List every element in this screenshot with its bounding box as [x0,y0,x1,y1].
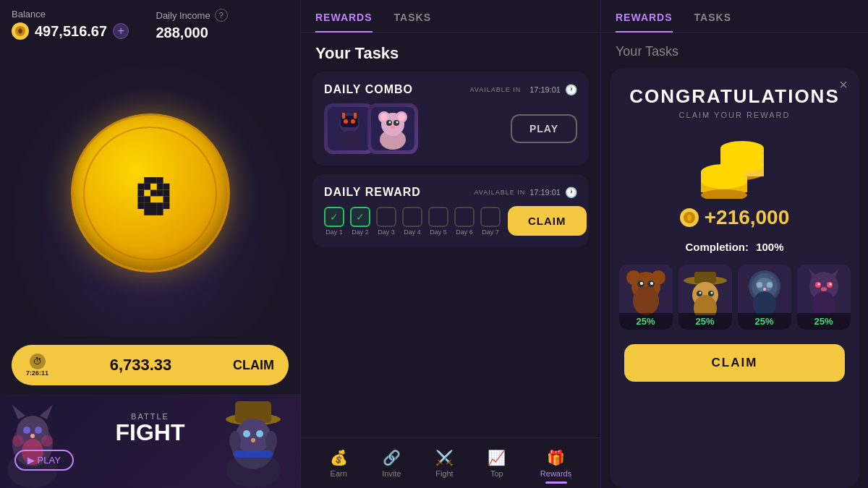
battle-section: BATTLE FIGHT ▶ PLAY [0,394,300,488]
svg-point-60 [398,114,405,121]
day-7: Day 7 [480,207,501,236]
svg-rect-19 [156,202,163,209]
timer-section: ⏱ 7:26:11 [26,354,48,377]
completion-value: 100% [756,241,783,253]
svg-rect-51 [354,113,357,119]
svg-point-65 [391,126,395,129]
nav-fight[interactable]: ⚔️ Fight [435,449,454,478]
reward-available-info: AVAILABLE IN 17:19:01 🕐 [474,187,577,198]
svg-point-64 [396,121,399,124]
svg-point-107 [757,282,762,288]
claim-amount: 6,733.33 [57,356,224,374]
coin-inner [83,127,217,260]
daily-header: Daily Income ? [156,9,289,22]
svg-rect-2 [144,177,150,184]
svg-point-109 [763,288,766,291]
svg-point-59 [380,114,388,121]
day-1-check: ✓ [324,207,344,227]
char-4-pct: 25% [797,313,851,330]
spiral-icon [111,153,190,233]
daily-combo-card: DAILY COMBO AVAILABLE IN 17:19:01 🕐 [312,72,589,166]
main-coin[interactable] [71,114,230,273]
your-tasks-title: Your Tasks [301,33,600,72]
char-1-pct: 25% [619,313,673,330]
svg-rect-17 [144,202,150,209]
day-1: ✓ Day 1 [324,207,344,236]
middle-tab-bar: REWARDS TASKS [301,0,600,33]
claim-button-text[interactable]: CLAIM [233,358,274,373]
tasks-list: DAILY COMBO AVAILABLE IN 17:19:01 🕐 [301,72,600,437]
svg-point-52 [344,119,348,124]
svg-rect-7 [156,184,163,190]
congrats-card: × CONGRATULATIONS CLAIM YOUR REWARD [610,68,859,488]
combo-play-button[interactable]: PLAY [511,114,577,143]
svg-rect-23 [156,209,163,215]
svg-point-53 [351,119,355,124]
combo-available-label: AVAILABLE IN [469,86,521,93]
svg-rect-16 [137,202,144,209]
svg-rect-50 [342,113,345,119]
reward-available-label: AVAILABLE IN [474,189,525,196]
balance-section: Balance 497,516.67 + [12,9,145,41]
daily-income-label: Daily Income [156,10,210,21]
svg-point-108 [767,282,773,288]
svg-point-99 [699,292,701,294]
nav-items: 💰 Earn 🔗 Invite ⚔️ Fight 📈 Top 🎁 Rewards [312,449,589,478]
right-tab-tasks[interactable]: TASKS [694,12,731,32]
coin-main-area[interactable] [0,50,300,336]
top-label: Top [490,469,503,478]
plus-button[interactable]: + [113,23,129,39]
daily-reward-title: DAILY REWARD [324,186,421,199]
day-1-label: Day 1 [326,228,343,236]
coin-icon-small [12,22,29,40]
nav-rewards[interactable]: 🎁 Rewards [540,449,571,478]
char-card-4: 25% [797,265,851,330]
svg-rect-21 [144,209,150,215]
svg-rect-3 [150,177,157,184]
day-4: Day 4 [402,207,422,236]
svg-point-48 [338,131,361,148]
svg-point-63 [389,121,391,124]
congrats-title: CONGRATULATIONS [629,85,839,108]
claim-subtitle: CLAIM YOUR REWARD [679,111,791,119]
svg-rect-95 [694,272,716,283]
clock-icon-2: 🕐 [565,187,577,198]
svg-rect-15 [163,196,169,202]
svg-rect-4 [156,177,163,184]
close-button[interactable]: × [839,77,848,93]
days-row: ✓ Day 1 ✓ Day 2 Day 3 Day 4 [324,207,501,236]
claim-bar[interactable]: ⏱ 7:26:11 6,733.33 CLAIM [12,345,289,385]
day-7-label: Day 7 [482,228,499,236]
tab-tasks[interactable]: TASKS [394,12,431,32]
nav-earn[interactable]: 💰 Earn [330,449,348,478]
tab-rewards[interactable]: REWARDS [315,12,373,32]
active-indicator [545,481,567,484]
daily-section: Daily Income ? 288,000 [145,9,289,41]
task-combo-header: DAILY COMBO AVAILABLE IN 17:19:01 🕐 [324,83,577,96]
completion-label: Completion: [685,241,749,253]
nav-top[interactable]: 📈 Top [488,449,506,478]
daily-reward-claim-button[interactable]: CLAIM [508,206,587,236]
completion-text: Completion: 100% [685,241,783,253]
help-icon[interactable]: ? [215,9,228,22]
right-tab-rewards[interactable]: REWARDS [616,12,673,32]
battle-text-area: BATTLE FIGHT ▶ PLAY [14,412,286,471]
day-4-check [402,207,422,227]
combo-avatar-2 [367,103,418,154]
earn-label: Earn [331,469,347,478]
right-tab-bar: REWARDS TASKS [601,0,868,33]
fight-text: FIGHT [14,421,286,444]
char-3-pct: 25% [738,313,791,330]
day-3-label: Day 3 [378,228,395,236]
clock-icon: 🕐 [565,84,577,95]
char-2-pct: 25% [678,313,732,330]
char-card-2: 25% [678,265,732,330]
play-button[interactable]: ▶ PLAY [14,450,74,471]
svg-point-90 [650,282,653,285]
right-panel: REWARDS TASKS Your Tasks × CONGRATULATIO… [600,0,868,488]
middle-panel: REWARDS TASKS Your Tasks DAILY COMBO AVA… [300,0,600,488]
final-claim-button[interactable]: CLAIM [624,344,845,382]
day-2-check: ✓ [350,207,370,227]
nav-invite[interactable]: 🔗 Invite [382,449,401,478]
day-3: Day 3 [376,207,396,236]
